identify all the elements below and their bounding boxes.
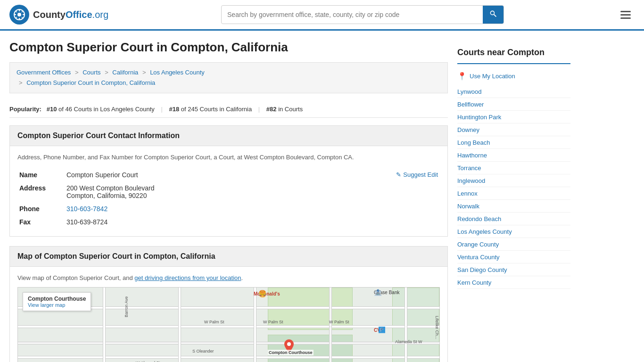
sidebar-link-kern-county[interactable]: Kern County [457, 279, 491, 286]
poi-mcdonalds-label: McDonald's [254, 291, 280, 296]
popularity-rank-1: #10 [47, 106, 57, 113]
sidebar-link-lynwood[interactable]: Lynwood [457, 88, 482, 95]
contact-info-table: Name Compton Superior Court ✎ Suggest Ed… [17, 168, 440, 229]
road-v2 [178, 288, 181, 362]
chase-bank-icon: 🏦 [374, 288, 382, 296]
view-larger-map-link[interactable]: View larger map [28, 302, 65, 308]
breadcrumb-current[interactable]: Compton Superior Court in Compton, Calif… [26, 79, 155, 86]
sidebar-list-item: Inglewood [457, 174, 570, 187]
map-section-header: Map of Compton Superior Court in Compton… [9, 246, 448, 267]
svg-line-8 [22, 11, 23, 12]
table-row-fax: Fax 310-639-8724 [17, 215, 440, 229]
map-block-3 [392, 288, 439, 362]
road-h3 [18, 342, 439, 345]
sidebar-list-item: Kern County [457, 276, 570, 289]
breadcrumb-government-offices[interactable]: Government Offices [17, 69, 71, 76]
road-v1 [103, 288, 106, 362]
sidebar-title: Courts near Compton [457, 40, 570, 64]
phone-value: 310-603-7842 [65, 202, 440, 215]
sidebar-link-inglewood[interactable]: Inglewood [457, 177, 485, 184]
sidebar-link-orange-county[interactable]: Orange County [457, 241, 499, 248]
sidebar-list-item: Lennox [457, 187, 570, 200]
sidebar-nearby-list: LynwoodBellflowerHuntington ParkDowneyLo… [457, 85, 570, 289]
use-my-location-button[interactable]: 📍 Use My Location [457, 69, 570, 83]
table-row-phone: Phone 310-603-7842 [17, 202, 440, 215]
svg-point-1 [17, 13, 21, 16]
sidebar-link-huntington-park[interactable]: Huntington Park [457, 114, 501, 121]
svg-line-9 [16, 17, 17, 18]
address-label: Address [17, 181, 65, 202]
breadcrumb-indent: > [19, 79, 23, 86]
sidebar-link-lennox[interactable]: Lennox [457, 190, 478, 197]
road-label-alameda: Alameda St W [395, 339, 422, 344]
search-input[interactable] [222, 7, 483, 22]
fax-value: 310-639-8724 [65, 215, 440, 229]
suggest-edit-button[interactable]: ✎ Suggest Edit [396, 171, 438, 178]
road-label-wpalm3: W Palm St [329, 320, 349, 324]
popularity-label: Popularity: [9, 106, 41, 113]
sidebar-link-downey[interactable]: Downey [457, 126, 479, 133]
map-info-court-name: Compton Courthouse [28, 296, 86, 302]
sidebar-list-item: Bellflower [457, 98, 570, 111]
svg-point-12 [287, 342, 291, 346]
road-v5 [405, 288, 407, 362]
sidebar-list-item: Torrance [457, 162, 570, 174]
contact-section-header: Compton Superior Court Contact Informati… [9, 125, 448, 146]
breadcrumb: Government Offices > Courts > California… [9, 62, 448, 93]
sidebar-list-item: Ventura County [457, 251, 570, 263]
location-pin-icon: 📍 [457, 72, 467, 81]
road-label-barron: Barron Ave [124, 296, 129, 317]
suggest-edit-icon: ✎ [396, 171, 401, 178]
poi-cvs-icon: 🅿 [379, 326, 385, 334]
courthouse-label: Compton Courthouse [268, 350, 314, 355]
road-v3 [254, 288, 256, 362]
logo-icon [9, 5, 29, 25]
breadcrumb-california[interactable]: California [112, 69, 138, 76]
sidebar-link-hawthorne[interactable]: Hawthorne [457, 152, 487, 159]
sidebar-link-long-beach[interactable]: Long Beach [457, 139, 490, 146]
header-right [617, 9, 635, 21]
sidebar-link-los-angeles-county[interactable]: Los Angeles County [457, 228, 512, 235]
map-container[interactable]: McDonald's 🍔 CVS 🅿 Chase Bank 🏦 Barron A… [17, 287, 440, 362]
content-area: Compton Superior Court in Compton, Calif… [9, 40, 448, 362]
fax-label: Fax [17, 215, 65, 229]
popularity-desc-2: of 245 Courts in California [181, 106, 252, 113]
road-label-wpalm2: W Palm St [263, 320, 283, 324]
driving-directions-link[interactable]: get driving directions from your locatio… [134, 274, 241, 281]
svg-line-7 [22, 17, 23, 18]
popularity-rank-2: #18 [169, 106, 180, 113]
contact-description: Address, Phone Number, and Fax Number fo… [17, 154, 440, 161]
sidebar-link-torrance[interactable]: Torrance [457, 165, 481, 172]
sidebar-link-bellflower[interactable]: Bellflower [457, 101, 484, 108]
breadcrumb-courts[interactable]: Courts [83, 69, 100, 76]
header: CountyOffice.org [0, 0, 644, 31]
popularity-desc-3: in Courts [278, 106, 303, 113]
breadcrumb-sep-3: > [142, 69, 146, 76]
svg-line-6 [16, 11, 17, 12]
road-label-wpalm: W Palm St [204, 320, 224, 324]
sidebar-list-item: Hawthorne [457, 149, 570, 162]
breadcrumb-sep-1: > [75, 69, 79, 76]
popularity-bar: Popularity: #10 of 46 Courts in Los Ange… [9, 101, 448, 118]
sidebar-link-san-diego-county[interactable]: San Diego County [457, 266, 507, 273]
contact-section-body: Address, Phone Number, and Fax Number fo… [9, 146, 448, 237]
sidebar-link-ventura-county[interactable]: Ventura County [457, 254, 500, 261]
sidebar-list-item: Norwalk [457, 200, 570, 213]
road-h4 [18, 356, 439, 359]
table-row-address: Address 200 West Compton Boulevard Compt… [17, 181, 440, 202]
road-v4 [329, 288, 332, 362]
popularity-rank-3: #82 [266, 106, 277, 113]
hamburger-icon [620, 11, 631, 19]
sidebar-list-item: Huntington Park [457, 111, 570, 123]
sidebar-link-norwalk[interactable]: Norwalk [457, 203, 479, 210]
popularity-desc-1: of 46 Courts in Los Angeles County [58, 106, 155, 113]
road-label-oleander: S Oleander [192, 349, 214, 354]
sidebar-link-redondo-beach[interactable]: Redondo Beach [457, 215, 501, 222]
phone-link[interactable]: 310-603-7842 [66, 205, 107, 213]
name-label: Name [17, 168, 65, 181]
name-value: Compton Superior Court ✎ Suggest Edit [65, 168, 440, 181]
page-title: Compton Superior Court in Compton, Calif… [9, 40, 448, 55]
breadcrumb-los-angeles-county[interactable]: Los Angeles County [150, 69, 205, 76]
search-button[interactable] [483, 6, 504, 24]
menu-button[interactable] [617, 9, 635, 21]
